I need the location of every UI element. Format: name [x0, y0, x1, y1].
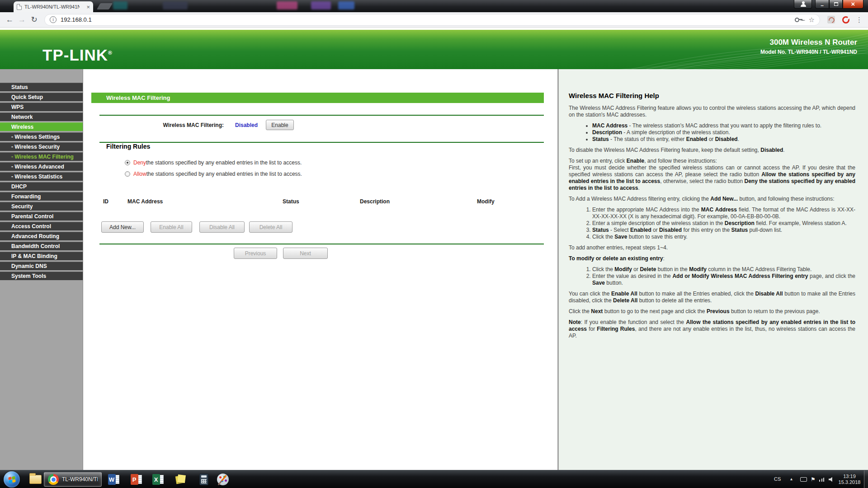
browser-tab[interactable]: TL-WR940N/TL-WR941N	[14, 1, 93, 12]
sidebar-item-label: - Wireless MAC Filtering	[11, 154, 74, 160]
sidebar-item-wps[interactable]: WPS	[0, 103, 83, 111]
address-bar[interactable]: 192.168.0.1	[44, 14, 820, 26]
sidebar-item-label: Network	[11, 114, 33, 120]
main-panel: Wireless MAC Filtering Wireless MAC Filt…	[83, 69, 557, 470]
taskbar-app-file-explorer[interactable]	[26, 472, 44, 487]
red-ring-extension-icon[interactable]	[842, 16, 849, 23]
help-paragraph: The Wireless MAC Address Filtering featu…	[569, 105, 855, 118]
add-new-button[interactable]: Add New...	[101, 221, 144, 233]
sidebar-menu: StatusQuick SetupWPSNetworkWireless- Wir…	[0, 83, 83, 280]
reload-icon[interactable]	[28, 15, 40, 24]
next-button[interactable]: Next	[283, 248, 328, 259]
sidebar-item-label: DHCP	[11, 183, 27, 190]
sidebar-item-wireless-statistics[interactable]: - Wireless Statistics	[0, 172, 83, 181]
tray-time: 13:19	[835, 474, 864, 479]
taskbar-app-excel[interactable]: X	[149, 472, 167, 487]
tab-close-icon[interactable]	[86, 4, 90, 10]
site-info-icon[interactable]	[50, 16, 57, 23]
sidebar-item-label: - Wireless Statistics	[11, 174, 62, 180]
radio-text: the stations specified by any enabled en…	[146, 171, 302, 177]
excel-icon: X	[152, 474, 164, 485]
desktop-glass-blob	[277, 1, 297, 9]
sidebar-item-wireless-mac-filtering[interactable]: - Wireless MAC Filtering	[0, 152, 83, 161]
tray-clock[interactable]: 13:19 15.3.2018	[835, 474, 864, 485]
word-icon: W	[108, 474, 119, 485]
help-paragraph: To set up an entry, click Enable, and fo…	[569, 158, 855, 164]
bookmark-star-icon[interactable]	[809, 16, 815, 24]
start-button[interactable]	[4, 471, 20, 488]
sidebar-item-bandwidth-control[interactable]: Bandwidth Control	[0, 242, 83, 250]
sidebar-item-security[interactable]: Security	[0, 202, 83, 211]
tray-icons	[800, 470, 835, 488]
tray-language-indicator[interactable]: CS	[774, 476, 781, 482]
chrome-icon	[48, 474, 59, 485]
taskbar-app-paint[interactable]	[214, 472, 232, 487]
keyboard-icon[interactable]	[800, 477, 807, 482]
sidebar-item-dynamic-dns[interactable]: Dynamic DNS	[0, 262, 83, 270]
delete-all-button[interactable]: Delete All	[249, 221, 292, 233]
enable-all-button[interactable]: Enable All	[151, 221, 192, 233]
product-name: 300M Wireless N Router	[760, 38, 857, 47]
sidebar-item-access-control[interactable]: Access Control	[0, 222, 83, 230]
sidebar-item-forwarding[interactable]: Forwarding	[0, 192, 83, 201]
sidebar-item-wireless-settings[interactable]: - Wireless Settings	[0, 132, 83, 141]
sidebar-item-ip-mac-binding[interactable]: IP & MAC Binding	[0, 252, 83, 260]
taskbar-app-powerpoint[interactable]: P	[127, 472, 145, 487]
disable-all-button[interactable]: Disable All	[199, 221, 245, 233]
url-text[interactable]: 192.168.0.1	[61, 16, 795, 23]
help-paragraph: To add another entries, repeat steps 1~4…	[569, 244, 855, 251]
taskbar-app-chrome-window[interactable]: TL-WR940N/TL-...	[44, 472, 102, 487]
help-paragraph: First, you must decide whether the speci…	[569, 164, 855, 192]
sidebar-item-quick-setup[interactable]: Quick Setup	[0, 93, 83, 101]
taskbar-app-calculator[interactable]	[195, 472, 213, 487]
network-icon[interactable]	[819, 477, 825, 482]
paint-icon	[217, 474, 229, 485]
sidebar-item-parental-control[interactable]: Parental Control	[0, 212, 83, 221]
key-icon[interactable]	[795, 18, 802, 22]
radio-allow[interactable]	[125, 171, 130, 177]
sidebar-item-network[interactable]: Network	[0, 113, 83, 121]
help-list-item: Status - Select Enabled or Disabled for …	[592, 227, 855, 234]
enable-button[interactable]: Enable	[266, 120, 294, 130]
maximize-icon[interactable]	[829, 0, 843, 9]
hidden-icons-chevron[interactable]	[790, 476, 793, 481]
sidebar-item-system-tools[interactable]: System Tools	[0, 272, 83, 280]
browser-menu-icon[interactable]	[856, 16, 863, 24]
profile-icon[interactable]	[794, 0, 812, 9]
divider-rule	[99, 244, 544, 244]
sidebar-item-label: Access Control	[11, 223, 51, 230]
help-list-item: Enter the appropriate MAC Address into t…	[592, 206, 855, 220]
tab-title: TL-WR940N/TL-WR941N	[24, 4, 80, 9]
flag-icon[interactable]	[811, 476, 816, 483]
volume-icon[interactable]	[829, 477, 835, 482]
help-numbered-list: Enter the appropriate MAC Address into t…	[569, 206, 855, 240]
acrobat-extension-icon[interactable]	[827, 16, 835, 23]
sidebar-item-label: Quick Setup	[11, 94, 43, 100]
column-header-status: Status	[283, 198, 299, 205]
powerpoint-icon: P	[131, 474, 142, 485]
sidebar-item-advanced-routing[interactable]: Advanced Routing	[0, 232, 83, 240]
sidebar-item-wireless[interactable]: Wireless	[0, 122, 83, 131]
close-icon[interactable]	[843, 0, 863, 9]
filter-status-value: Disabled	[235, 122, 258, 128]
product-block: 300M Wireless N Router Model No. TL-WR94…	[760, 38, 857, 55]
sidebar-item-dhcp[interactable]: DHCP	[0, 182, 83, 191]
radio-deny[interactable]	[125, 160, 130, 165]
sidebar-item-wireless-security[interactable]: - Wireless Security	[0, 142, 83, 151]
sidebar-item-label: Wireless	[11, 124, 33, 130]
help-list-item: Click the Modify or Delete button in the…	[592, 266, 855, 273]
minimize-icon[interactable]	[815, 0, 829, 9]
help-list-item: Description - A simple description of th…	[592, 129, 855, 136]
window-controls	[794, 0, 863, 9]
forward-icon[interactable]	[16, 15, 28, 24]
new-tab-button[interactable]	[97, 3, 113, 9]
help-body: The Wireless MAC Address Filtering featu…	[569, 105, 855, 339]
sidebar-item-status[interactable]: Status	[0, 83, 83, 91]
taskbar-app-word[interactable]: W	[104, 472, 123, 487]
sidebar-item-label: Advanced Routing	[11, 233, 59, 239]
sidebar-item-wireless-advanced[interactable]: - Wireless Advanced	[0, 162, 83, 171]
previous-button[interactable]: Previous	[234, 248, 277, 259]
show-desktop-button[interactable]	[864, 470, 868, 488]
taskbar-app-sticky-notes[interactable]	[171, 472, 189, 487]
back-icon[interactable]	[4, 15, 16, 24]
